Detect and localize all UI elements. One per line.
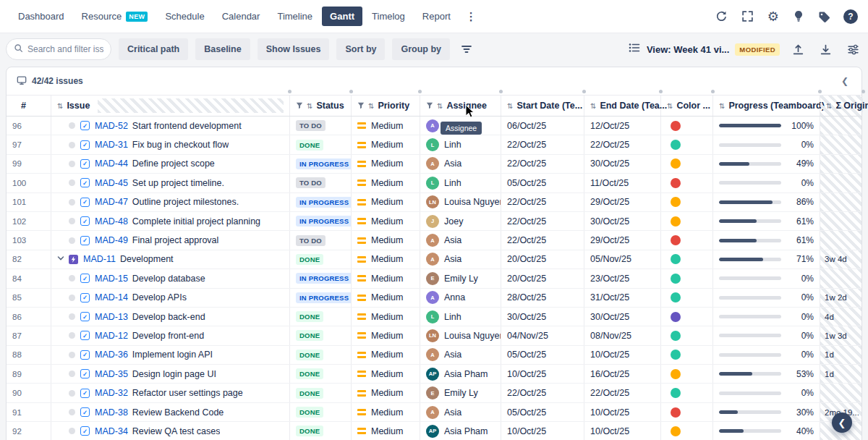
assignee-cell[interactable]: AAsia [420, 155, 501, 173]
nav-report[interactable]: Report [414, 7, 459, 26]
priority-cell[interactable]: Medium [352, 193, 420, 211]
nav-schedule[interactable]: Schedule [157, 7, 212, 26]
column-header-number[interactable]: # [7, 96, 51, 116]
end-date-cell[interactable]: 22/Oct/25 [584, 135, 661, 153]
priority-cell[interactable]: Medium [352, 403, 420, 421]
issue-cell[interactable]: ✓MAD-13Develop back-end [51, 308, 290, 326]
assignee-cell[interactable]: LLinh [420, 174, 501, 192]
assignee-cell[interactable]: APAsia Pham [420, 422, 501, 440]
sort-icon[interactable]: ⇅ [57, 102, 63, 110]
view-selector[interactable]: View: Week 41 vi... MODIFIED [628, 42, 780, 56]
search-input[interactable] [27, 44, 103, 54]
table-row[interactable]: 90✓MAD-32Refactor user settings pageDONE… [7, 384, 861, 402]
lightbulb-icon[interactable] [793, 10, 804, 22]
issue-key-link[interactable]: MAD-15 [95, 274, 128, 284]
priority-cell[interactable]: Medium [352, 422, 420, 440]
end-date-cell[interactable]: 23/Oct/25 [584, 269, 661, 287]
nav-calendar[interactable]: Calendar [214, 7, 268, 26]
issue-key-link[interactable]: MAD-34 [95, 426, 128, 436]
issue-cell[interactable]: ✓MAD-35Design login page UI [51, 365, 290, 383]
start-date-cell[interactable]: 05/Oct/25 [501, 346, 584, 364]
gear-icon[interactable]: ⚙ [767, 10, 779, 23]
sort-icon[interactable]: ⇅ [437, 102, 443, 110]
assignee-cell[interactable]: LNLouisa Nguyen [420, 193, 501, 211]
assignee-cell[interactable]: LLinh [420, 308, 501, 326]
issue-key-link[interactable]: MAD-31 [95, 140, 128, 150]
table-row[interactable]: 87✓MAD-12Develop front-endDONEMediumLNLo… [7, 326, 861, 345]
nav-timeline[interactable]: Timeline [269, 7, 320, 26]
issue-cell[interactable]: ✓MAD-49Final project approval [51, 231, 290, 249]
end-date-cell[interactable]: 29/Oct/25 [584, 231, 661, 249]
status-cell[interactable]: DONE [290, 422, 352, 440]
more-menu-icon[interactable]: ⋮ [460, 9, 482, 25]
issue-key-link[interactable]: MAD-14 [95, 292, 128, 302]
color-cell[interactable] [661, 308, 713, 326]
color-cell[interactable] [661, 212, 713, 230]
priority-cell[interactable]: Medium [352, 155, 420, 173]
table-row[interactable]: 101✓MAD-47Outline project milestones.IN … [7, 193, 861, 212]
start-date-cell[interactable]: 22/Oct/25 [501, 231, 584, 249]
show-issues-button[interactable]: Show Issues [258, 38, 330, 60]
issue-cell[interactable]: ✓MAD-47Outline project milestones. [51, 193, 290, 211]
end-date-cell[interactable]: 30/Oct/25 [584, 212, 661, 230]
table-row[interactable]: 102✓MAD-48Complete initial project plann… [7, 212, 861, 231]
upload-icon[interactable] [789, 41, 807, 59]
color-cell[interactable] [661, 155, 713, 173]
start-date-cell[interactable]: 05/Oct/25 [501, 174, 584, 192]
priority-cell[interactable]: Medium [352, 117, 420, 135]
start-date-cell[interactable]: 10/Oct/25 [501, 422, 584, 440]
column-header-issue[interactable]: ⇅ Issue [51, 96, 290, 116]
priority-cell[interactable]: Medium [352, 174, 420, 192]
issue-key-link[interactable]: MAD-49 [95, 235, 128, 245]
sort-icon[interactable]: ⇅ [590, 102, 596, 110]
color-cell[interactable] [661, 384, 713, 402]
start-date-cell[interactable]: 28/Oct/25 [501, 289, 584, 307]
sort-icon[interactable]: ⇅ [826, 102, 832, 110]
start-date-cell[interactable]: 22/Oct/25 [501, 193, 584, 211]
color-cell[interactable] [661, 346, 713, 364]
status-cell[interactable]: IN PROGRESS [290, 289, 352, 307]
filter-icon[interactable] [357, 102, 365, 109]
sort-icon[interactable]: ⇅ [507, 102, 513, 110]
end-date-cell[interactable]: 30/Oct/25 [584, 308, 661, 326]
end-date-cell[interactable]: 05/Nov/25 [584, 250, 661, 268]
color-cell[interactable] [661, 422, 713, 440]
end-date-cell[interactable]: 12/Oct/25 [584, 117, 661, 135]
sort-icon[interactable]: ⇅ [667, 102, 673, 110]
status-cell[interactable]: DONE [290, 326, 352, 344]
issue-key-link[interactable]: MAD-11 [83, 254, 116, 264]
column-header-color[interactable]: ⇅ Color ... [661, 96, 713, 116]
table-row[interactable]: 103✓MAD-49Final project approvalTO DOMed… [7, 231, 861, 250]
issue-key-link[interactable]: MAD-48 [95, 216, 128, 227]
status-cell[interactable]: TO DO [290, 117, 352, 135]
issue-key-link[interactable]: MAD-38 [95, 407, 128, 418]
search-box[interactable] [6, 38, 111, 60]
end-date-cell[interactable]: 29/Oct/25 [584, 193, 661, 211]
issue-cell[interactable]: ✓MAD-52Start frontend development [51, 117, 290, 135]
color-cell[interactable] [661, 231, 713, 249]
color-cell[interactable] [661, 365, 713, 383]
color-cell[interactable] [661, 174, 713, 192]
end-date-cell[interactable]: 16/Oct/25 [584, 365, 661, 383]
table-row[interactable]: 91✓MAD-38Review Backend CodeDONEMediumAA… [7, 403, 861, 422]
issue-cell[interactable]: ✓MAD-38Review Backend Code [51, 403, 290, 421]
issue-key-link[interactable]: MAD-36 [95, 350, 128, 360]
table-row[interactable]: 84✓MAD-15Develop databaseIN PROGRESSMedi… [7, 269, 861, 288]
priority-cell[interactable]: Medium [352, 212, 420, 230]
assignee-cell[interactable]: EEmily Ly [420, 269, 501, 287]
issue-key-link[interactable]: MAD-13 [95, 312, 128, 322]
table-row[interactable]: 89✓MAD-35Design login page UIDONEMediumA… [7, 365, 861, 384]
status-cell[interactable]: IN PROGRESS [290, 155, 352, 173]
status-cell[interactable]: IN PROGRESS [290, 193, 352, 211]
status-cell[interactable]: TO DO [290, 174, 352, 192]
priority-cell[interactable]: Medium [352, 135, 420, 153]
table-row[interactable]: 86✓MAD-13Develop back-endDONEMediumLLinh… [7, 308, 861, 326]
end-date-cell[interactable]: 08/Nov/25 [584, 326, 661, 344]
column-header-start-date[interactable]: ⇅ Start Date (Te... [501, 96, 584, 116]
start-date-cell[interactable]: 10/Oct/25 [501, 365, 584, 383]
column-header-priority[interactable]: ⇅ Priority [352, 96, 420, 116]
issue-key-link[interactable]: MAD-44 [95, 158, 128, 169]
start-date-cell[interactable]: 22/Oct/25 [501, 135, 584, 153]
priority-cell[interactable]: Medium [352, 269, 420, 287]
column-header-assignee[interactable]: ⇅ Assignee [420, 96, 501, 116]
